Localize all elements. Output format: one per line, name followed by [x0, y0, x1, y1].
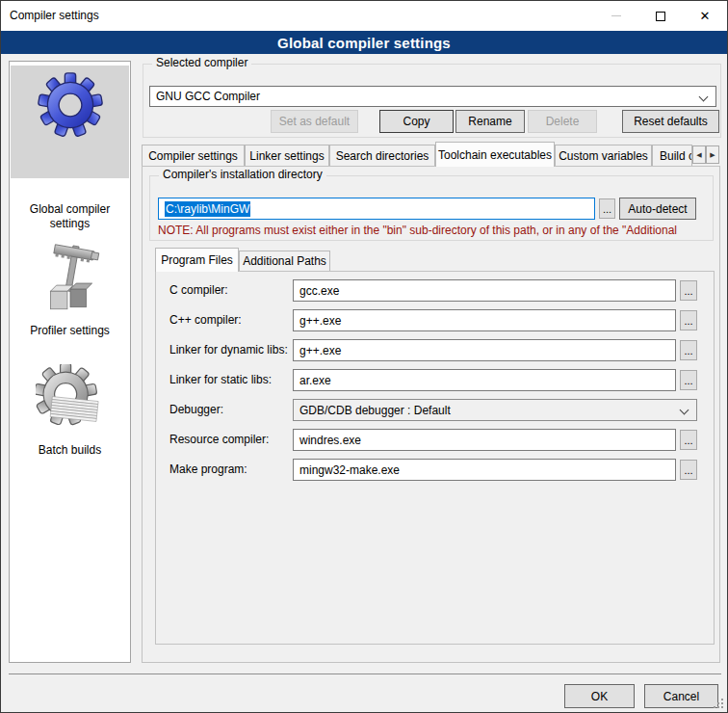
make-program-field[interactable]: mingw32-make.exe [293, 459, 676, 481]
resource-compiler-label: Resource compiler: [169, 433, 269, 446]
make-program-label: Make program: [169, 462, 247, 476]
maximize-icon [656, 12, 665, 21]
caliper-icon[interactable] [11, 243, 129, 320]
cpp-compiler-browse-button[interactable]: ... [680, 310, 697, 330]
cpp-compiler-field[interactable]: g++.exe [293, 309, 676, 331]
tab-program-files[interactable]: Program Files [155, 248, 239, 272]
tab-compiler-settings[interactable]: Compiler settings [142, 145, 245, 166]
close-button[interactable]: ✕ [683, 1, 727, 31]
sidebar-item-profiler-settings[interactable]: Profiler settings [11, 324, 129, 338]
debugger-select-value: GDB/CDB debugger : Default [299, 404, 451, 417]
arrow-left-icon: ◀ [696, 151, 701, 159]
static-linker-browse-button[interactable]: ... [680, 370, 697, 390]
dynamic-linker-label: Linker for dynamic libs: [169, 343, 288, 356]
gear-stack-icon[interactable] [11, 362, 129, 436]
settings-sidebar: Global compiler settings [9, 61, 131, 663]
compiler-select[interactable]: GNU GCC Compiler [149, 86, 716, 107]
delete-button: Delete [528, 110, 597, 133]
dynamic-linker-browse-button[interactable]: ... [680, 340, 697, 360]
arrow-right-icon: ▶ [710, 151, 715, 159]
dialog-header: Global compiler settings [1, 31, 727, 54]
c-compiler-field[interactable]: gcc.exe [293, 279, 676, 302]
tab-scroll-left-button[interactable]: ◀ [692, 145, 706, 164]
chevron-down-icon [699, 92, 709, 102]
maximize-button[interactable] [638, 1, 683, 31]
compiler-select-value: GNU GCC Compiler [156, 90, 260, 103]
debugger-label: Debugger: [169, 403, 223, 416]
minimize-icon [611, 15, 621, 16]
window-title: Compiler settings [10, 1, 99, 31]
tab-build-options[interactable]: Build options [652, 145, 692, 166]
minimize-button [594, 1, 638, 31]
static-linker-label: Linker for static libs: [169, 373, 272, 386]
install-dir-browse-button[interactable]: ... [599, 198, 615, 219]
resize-grip[interactable] [712, 697, 723, 708]
tab-scroll-right-button[interactable]: ▶ [706, 145, 719, 164]
chevron-down-icon [680, 406, 689, 415]
c-compiler-browse-button[interactable]: ... [680, 280, 697, 301]
install-dir-input[interactable]: C:\raylib\MinGW [158, 198, 595, 220]
cancel-button[interactable]: Cancel [644, 684, 718, 708]
tab-toolchain-executables[interactable]: Toolchain executables [435, 142, 555, 167]
debugger-select[interactable]: GDB/CDB debugger : Default [293, 399, 697, 421]
static-linker-field[interactable]: ar.exe [293, 369, 676, 391]
title-bar[interactable]: Compiler settings ✕ [1, 1, 727, 31]
make-program-browse-button[interactable]: ... [680, 460, 697, 480]
install-dir-value: C:\raylib\MinGW [165, 201, 250, 217]
resource-compiler-field[interactable]: windres.exe [293, 429, 676, 451]
dynamic-linker-field[interactable]: g++.exe [293, 339, 676, 361]
resource-compiler-browse-button[interactable]: ... [680, 430, 697, 450]
auto-detect-button[interactable]: Auto-detect [619, 198, 696, 220]
ok-button[interactable]: OK [564, 684, 635, 708]
tab-additional-paths[interactable]: Additional Paths [239, 251, 330, 271]
tab-search-directories[interactable]: Search directories [329, 145, 435, 166]
install-dir-note: NOTE: All programs must exist either in … [158, 224, 709, 237]
page-title: Global compiler settings [277, 35, 451, 51]
sidebar-item-batch-builds[interactable]: Batch builds [11, 443, 129, 458]
compiler-settings-window: Compiler settings ✕ Global compiler sett… [0, 0, 728, 713]
cpp-compiler-label: C++ compiler: [169, 313, 242, 327]
close-icon: ✕ [700, 10, 711, 22]
copy-button[interactable]: Copy [379, 110, 454, 133]
c-compiler-label: C compiler: [169, 283, 228, 297]
reset-defaults-button[interactable]: Reset defaults [622, 110, 719, 133]
footer-divider [9, 673, 721, 674]
sidebar-item-label: Global compiler settings [11, 202, 129, 231]
install-dir-group-label: Compiler's installation directory [159, 168, 326, 181]
selected-compiler-group-label: Selected compiler [152, 56, 251, 69]
gear-blue-icon [11, 71, 129, 139]
set-as-default-button: Set as default [271, 110, 358, 133]
tab-linker-settings[interactable]: Linker settings [245, 145, 329, 166]
tab-custom-variables[interactable]: Custom variables [555, 145, 652, 166]
rename-button[interactable]: Rename [455, 110, 525, 133]
